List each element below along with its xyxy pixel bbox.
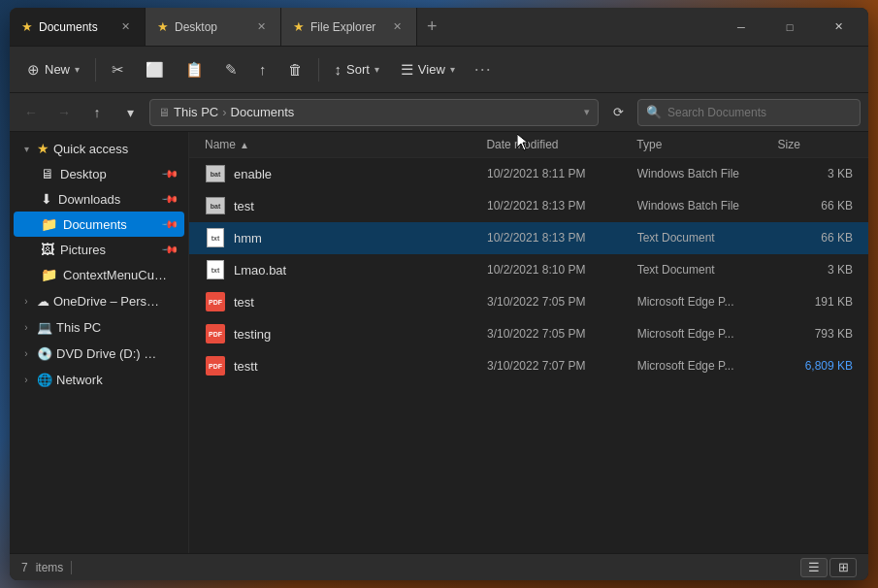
dvd-expand-icon: › <box>19 348 33 359</box>
file-size-4: 191 KB <box>778 295 853 309</box>
onedrive-header[interactable]: › ☁ OneDrive – Personal <box>14 289 184 313</box>
share-icon: ↑ <box>259 61 267 78</box>
file-size-3: 3 KB <box>778 263 853 277</box>
file-name-6: testt <box>234 359 487 374</box>
minimize-button[interactable]: ─ <box>719 12 764 43</box>
statusbar-items-label: items <box>36 561 64 574</box>
col-header-size[interactable]: Size <box>778 138 853 151</box>
sidebar-desktop-label: Desktop <box>60 167 157 181</box>
file-size-2: 66 KB <box>778 231 853 245</box>
statusbar-separator <box>71 561 72 574</box>
nav-forward-button[interactable]: → <box>50 99 78 126</box>
new-button[interactable]: ⊕ New ▾ <box>17 55 89 84</box>
more-button[interactable]: ··· <box>467 53 500 85</box>
file-type-3: Text Document <box>637 263 778 277</box>
tab-star-icon-3: ★ <box>293 19 305 34</box>
refresh-button[interactable]: ⟳ <box>604 99 632 126</box>
dvd-header[interactable]: › 💿 DVD Drive (D:) CCC... <box>14 342 184 366</box>
maximize-button[interactable]: □ <box>767 12 812 43</box>
sidebar-section-network: › 🌐 Network <box>10 368 188 392</box>
cut-button[interactable]: ✂ <box>102 55 134 84</box>
copy-icon: ⬜ <box>146 61 164 79</box>
table-row[interactable]: PDF testing 3/10/2022 7:05 PM Microsoft … <box>189 318 868 350</box>
table-row[interactable]: txt hmm 10/2/2021 8:13 PM Text Document … <box>189 222 868 254</box>
file-date-0: 10/2/2021 8:11 PM <box>487 167 637 180</box>
view-button[interactable]: ☰ View ▾ <box>391 55 465 84</box>
table-row[interactable]: PDF testt 3/10/2022 7:07 PM Microsoft Ed… <box>189 350 868 382</box>
tab-desktop[interactable]: ★ Desktop ✕ <box>146 8 281 46</box>
nav-up-button[interactable]: ↑ <box>83 99 111 126</box>
delete-button[interactable]: 🗑 <box>278 55 312 83</box>
file-icon-pdf-1: PDF <box>205 291 226 312</box>
file-date-4: 3/10/2022 7:05 PM <box>487 295 637 309</box>
table-row[interactable]: bat test 10/2/2021 8:13 PM Windows Batch… <box>189 190 868 222</box>
search-input[interactable] <box>667 106 852 119</box>
table-row[interactable]: PDF test 3/10/2022 7:05 PM Microsoft Edg… <box>189 286 868 318</box>
nav-recent-button[interactable]: ▾ <box>116 99 144 126</box>
file-type-6: Microsoft Edge P... <box>637 359 778 373</box>
new-tab-button[interactable]: + <box>417 8 447 46</box>
sort-button[interactable]: ↕ Sort ▾ <box>325 55 389 83</box>
table-row[interactable]: txt Lmao.bat 10/2/2021 8:10 PM Text Docu… <box>189 254 868 286</box>
col-header-type[interactable]: Type <box>636 138 777 151</box>
quick-access-star-icon: ★ <box>37 141 49 156</box>
search-icon: 🔍 <box>646 105 662 119</box>
sidebar-downloads-label: Downloads <box>58 192 157 207</box>
tabs-container: ★ Documents ✕ ★ Desktop ✕ ★ File Explore… <box>10 8 719 46</box>
col-name-label: Name <box>205 138 236 151</box>
this-pc-header[interactable]: › 💻 This PC <box>14 315 184 340</box>
tab-fileexplorer[interactable]: ★ File Explorer ✕ <box>281 8 417 46</box>
col-header-name[interactable]: Name ▲ <box>205 138 486 151</box>
sidebar-item-desktop[interactable]: 🖥 Desktop 📌 <box>14 161 184 186</box>
search-bar[interactable]: 🔍 <box>637 99 861 126</box>
paste-button[interactable]: 📋 <box>176 55 213 84</box>
col-header-date[interactable]: Date modified <box>486 138 636 151</box>
file-name-3: Lmao.bat <box>234 263 487 278</box>
onedrive-label: OneDrive – Personal <box>53 294 160 309</box>
tab-fileexplorer-close[interactable]: ✕ <box>389 19 405 35</box>
sidebar-item-documents[interactable]: 📁 Documents 📌 <box>14 212 184 237</box>
new-dropdown-icon: ▾ <box>75 64 80 75</box>
addressbar-dropdown-icon[interactable]: ▾ <box>584 106 590 118</box>
file-list-header: Name ▲ Date modified Type Size <box>189 132 868 158</box>
table-row[interactable]: bat enable 10/2/2021 8:11 PM Windows Bat… <box>189 158 868 190</box>
dvd-icon: 💿 <box>37 346 52 361</box>
file-list-body: bat enable 10/2/2021 8:11 PM Windows Bat… <box>189 158 868 553</box>
tab-desktop-close[interactable]: ✕ <box>253 19 269 35</box>
this-pc-label: This PC <box>56 320 177 335</box>
statusbar-count: 7 <box>21 561 28 574</box>
file-icon-txt: txt <box>205 227 226 248</box>
copy-button[interactable]: ⬜ <box>136 55 174 84</box>
sidebar-section-quick-access: ▾ ★ Quick access 🖥 Desktop 📌 ⬇ Downloads… <box>10 136 188 287</box>
file-list: Name ▲ Date modified Type Size ba <box>189 132 868 553</box>
toolbar-separator-2 <box>318 58 319 82</box>
file-type-5: Microsoft Edge P... <box>637 327 778 341</box>
close-button[interactable]: ✕ <box>816 12 861 43</box>
view-toggle-buttons: ☰ ⊞ <box>800 558 857 577</box>
share-button[interactable]: ↑ <box>249 55 276 83</box>
view-large-button[interactable]: ⊞ <box>829 558 857 577</box>
sidebar-section-this-pc: › 💻 This PC <box>10 315 188 340</box>
sidebar-item-downloads[interactable]: ⬇ Downloads 📌 <box>14 186 184 212</box>
file-size-0: 3 KB <box>778 167 853 180</box>
address-bar[interactable]: 🖥 This PC › Documents ▾ <box>149 99 599 126</box>
sidebar-item-contextmenu[interactable]: 📁 ContextMenuCust... <box>14 262 184 287</box>
rename-button[interactable]: ✎ <box>215 55 247 84</box>
view-details-button[interactable]: ☰ <box>800 558 828 577</box>
address-path: This PC › Documents <box>174 105 580 119</box>
file-date-3: 10/2/2021 8:10 PM <box>487 263 637 277</box>
quick-access-header[interactable]: ▾ ★ Quick access <box>14 136 184 161</box>
sort-icon: ↕ <box>335 61 342 78</box>
nav-back-button[interactable]: ← <box>17 99 45 126</box>
view-details-icon: ☰ <box>808 560 820 574</box>
sidebar-item-pictures[interactable]: 🖼 Pictures 📌 <box>14 237 184 262</box>
new-icon: ⊕ <box>27 61 40 79</box>
tab-documents[interactable]: ★ Documents ✕ <box>10 8 146 46</box>
file-size-5: 793 KB <box>778 327 853 341</box>
delete-icon: 🗑 <box>288 61 303 78</box>
statusbar: 7 items ☰ ⊞ <box>10 553 868 580</box>
tab-documents-close[interactable]: ✕ <box>117 19 133 35</box>
network-header[interactable]: › 🌐 Network <box>14 368 184 392</box>
path-documents: Documents <box>231 105 295 119</box>
downloads-icon: ⬇ <box>41 191 52 207</box>
